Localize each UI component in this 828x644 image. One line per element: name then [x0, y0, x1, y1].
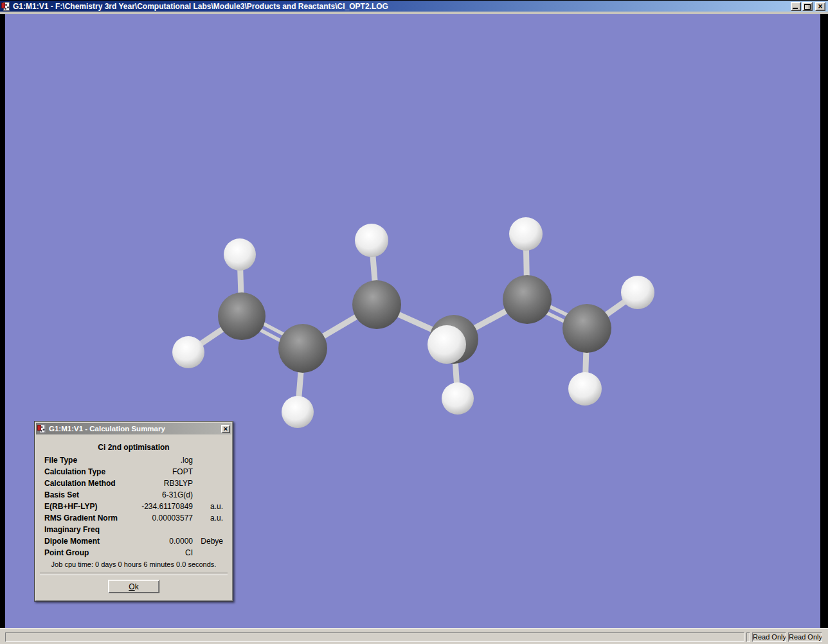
- close-button[interactable]: ×: [815, 2, 825, 11]
- ok-button[interactable]: Ok: [108, 580, 159, 593]
- dialog-separator: [40, 573, 228, 575]
- summary-lbl: Basis Set: [36, 489, 121, 501]
- atom-C[interactable]: [503, 275, 552, 324]
- atom-H[interactable]: [442, 382, 474, 415]
- summary-val: .log: [121, 454, 193, 466]
- atom-H[interactable]: [428, 325, 466, 364]
- summary-val: [121, 524, 193, 535]
- atom-H[interactable]: [355, 224, 388, 257]
- summary-val: 0.00003577: [121, 512, 193, 524]
- summary-lbl: RMS Gradient Norm: [36, 512, 121, 524]
- close-icon: ×: [818, 3, 822, 10]
- atom-H[interactable]: [172, 336, 204, 368]
- summary-rows: File Type.logCalculation TypeFOPTCalcula…: [36, 454, 231, 559]
- atom-H[interactable]: [224, 238, 256, 271]
- summary-val: 6-31G(d): [121, 489, 193, 501]
- restore-icon: [804, 4, 811, 10]
- summary-row: Basis Set6-31G(d): [36, 489, 231, 501]
- status-readonly-group: Read OnlyRead Only: [750, 629, 822, 642]
- summary-val: RB3LYP: [121, 478, 193, 489]
- cpu-time-line: Job cpu time: 0 days 0 hours 6 minutes 0…: [36, 559, 231, 570]
- summary-unit: Debye: [193, 535, 231, 547]
- dialog-close-button[interactable]: ×: [221, 425, 230, 433]
- summary-lbl: File Type: [36, 454, 121, 466]
- atom-C[interactable]: [562, 304, 611, 353]
- dialog-titlebar[interactable]: G1:M1:V1 - Calculation Summary ×: [36, 423, 231, 434]
- summary-val: CI: [121, 547, 193, 559]
- summary-lbl: E(RB+HF-LYP): [36, 501, 121, 512]
- summary-row: E(RB+HF-LYP)-234.61170849a.u.: [36, 501, 231, 512]
- status-readonly-panel: Read Only: [752, 632, 786, 642]
- summary-row: Point GroupCI: [36, 547, 231, 559]
- atom-C[interactable]: [352, 280, 401, 329]
- summary-row: File Type.log: [36, 454, 231, 466]
- summary-row: Imaginary Freq: [36, 524, 231, 535]
- atom-C[interactable]: [278, 324, 327, 373]
- window-title: G1:M1:V1 - F:\Chemistry 3rd Year\Computa…: [13, 2, 388, 11]
- atom-H[interactable]: [282, 396, 314, 428]
- status-readonly-panel: Read Only: [788, 632, 822, 642]
- calculation-summary-dialog: G1:M1:V1 - Calculation Summary × Ci 2nd …: [34, 421, 233, 602]
- summary-unit: [193, 454, 231, 466]
- atom-H[interactable]: [621, 276, 654, 309]
- atom-C[interactable]: [218, 292, 266, 340]
- status-bar: Read OnlyRead Only: [0, 628, 828, 644]
- summary-unit: [193, 478, 231, 489]
- atom-H[interactable]: [509, 217, 543, 251]
- summary-row: Calculation MethodRB3LYP: [36, 478, 231, 489]
- summary-lbl: Imaginary Freq: [36, 524, 121, 535]
- summary-row: Dipole Moment0.0000Debye: [36, 535, 231, 547]
- summary-unit: a.u.: [193, 512, 231, 524]
- summary-unit: [193, 524, 231, 535]
- summary-lbl: Calculation Method: [36, 478, 121, 489]
- summary-lbl: Point Group: [36, 547, 121, 559]
- summary-val: 0.0000: [121, 535, 193, 547]
- summary-lbl: Calculation Type: [36, 466, 121, 478]
- summary-unit: a.u.: [193, 501, 231, 512]
- summary-lbl: Dipole Moment: [36, 535, 121, 547]
- application-window: G1:M1:V1 - F:\Chemistry 3rd Year\Computa…: [0, 0, 828, 644]
- summary-unit: [193, 547, 231, 559]
- summary-unit: [193, 466, 231, 478]
- dialog-title: G1:M1:V1 - Calculation Summary: [49, 425, 221, 433]
- summary-val: FOPT: [121, 466, 193, 478]
- dialog-heading: Ci 2nd optimisation: [36, 443, 231, 454]
- minimize-button[interactable]: [791, 2, 801, 11]
- window-titlebar[interactable]: G1:M1:V1 - F:\Chemistry 3rd Year\Computa…: [0, 1, 828, 12]
- window-controls: ×: [791, 2, 827, 11]
- atom-H[interactable]: [568, 372, 602, 406]
- summary-unit: [193, 489, 231, 501]
- app-icon: [1, 2, 10, 11]
- summary-row: RMS Gradient Norm0.00003577a.u.: [36, 512, 231, 524]
- status-panel-main: [5, 632, 744, 642]
- minimize-icon: [793, 8, 798, 9]
- restore-button[interactable]: [802, 2, 813, 11]
- summary-val: -234.61170849: [121, 501, 193, 512]
- dialog-icon: [37, 424, 46, 433]
- summary-row: Calculation TypeFOPT: [36, 466, 231, 478]
